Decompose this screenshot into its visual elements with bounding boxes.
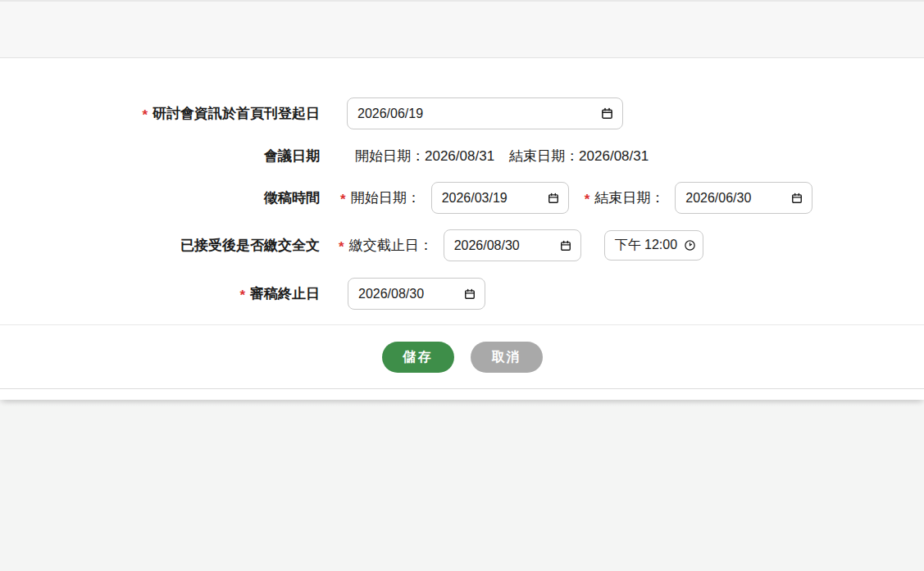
call-for-papers-label-cell: 徵稿時間 [0,188,320,207]
publish-start-content: 2026/06/19 [320,97,623,129]
cfp-start-date-value: 2026/03/19 [442,191,508,206]
meeting-start-label: 開始日期： [355,147,425,165]
full-paper-deadline-date-value: 2026/08/30 [454,238,520,253]
full-paper-deadline-label: 繳交截止日： [349,236,433,255]
header-band [0,2,924,58]
meeting-date-content: 開始日期： 2026/08/31 結束日期： 2026/08/31 [320,147,649,165]
calendar-icon[interactable] [464,288,476,300]
cfp-end-date-input[interactable]: 2026/06/30 [675,182,812,214]
meeting-end-label: 結束日期： [509,147,579,165]
meeting-date-label: 會議日期 [264,147,320,165]
card-bottom-shadow [0,389,924,400]
clock-icon[interactable] [684,239,696,252]
full-paper-time-group: 下午 12:00 [604,230,703,261]
cfp-end-label: 結束日期： [594,188,664,207]
required-asterisk: * [585,193,590,206]
required-asterisk: * [339,240,344,254]
review-deadline-content: 2026/08/30 [320,278,485,310]
calendar-icon[interactable] [601,107,613,120]
conference-settings-card: * 研討會資訊於首頁刊登起日 2026/06/19 [0,58,924,389]
save-button[interactable]: 儲存 [382,342,454,373]
full-paper-label-cell: 已接受後是否繳交全文 [0,236,320,255]
required-asterisk: * [239,288,245,302]
cfp-end-date-value: 2026/06/30 [685,191,751,206]
form-row-call-for-papers: 徵稿時間 * 開始日期： 2026/03/19 [0,182,924,214]
publish-start-label-cell: * 研討會資訊於首頁刊登起日 [0,104,320,123]
review-deadline-label-cell: * 審稿終止日 [0,284,320,303]
calendar-icon[interactable] [791,193,803,204]
full-paper-content: * 繳交截止日： 2026/08/30 [320,229,703,261]
review-deadline-date-value: 2026/08/30 [358,287,424,301]
cancel-button[interactable]: 取消 [471,342,543,373]
full-paper-deadline-date-input[interactable]: 2026/08/30 [444,229,581,261]
full-paper-deadline-time-input[interactable]: 下午 12:00 [604,230,703,261]
required-asterisk: * [340,193,346,206]
call-for-papers-content: * 開始日期： 2026/03/19 [320,182,812,214]
page-background [0,400,924,571]
cfp-start-label: 開始日期： [351,188,421,207]
required-asterisk: * [142,108,148,122]
publish-start-date-value: 2026/06/19 [357,106,423,121]
form-row-publish-start: * 研討會資訊於首頁刊登起日 2026/06/19 [0,97,924,129]
full-paper-label: 已接受後是否繳交全文 [180,236,320,255]
meeting-start-value: 2026/08/31 [425,148,494,165]
form-row-full-paper: 已接受後是否繳交全文 * 繳交截止日： 2026/08/30 [0,229,924,261]
review-deadline-label: 審稿終止日 [250,284,320,303]
call-for-papers-label: 徵稿時間 [264,188,320,207]
form-row-meeting-date: 會議日期 開始日期： 2026/08/31 結束日期： 2026/08/31 [0,147,924,165]
meeting-end-value: 2026/08/31 [579,148,649,165]
conference-settings-form: * 研討會資訊於首頁刊登起日 2026/06/19 [0,58,924,324]
publish-start-date-input[interactable]: 2026/06/19 [347,97,623,129]
calendar-icon[interactable] [560,240,571,252]
form-row-review-deadline: * 審稿終止日 2026/08/30 [0,278,924,310]
cfp-end-group: * 結束日期： 2026/06/30 [585,182,813,214]
review-deadline-date-input[interactable]: 2026/08/30 [348,278,485,310]
cfp-start-date-input[interactable]: 2026/03/19 [431,182,569,214]
publish-start-label: 研討會資訊於首頁刊登起日 [152,104,320,123]
meeting-date-label-cell: 會議日期 [0,147,320,165]
page: * 研討會資訊於首頁刊登起日 2026/06/19 [0,0,924,571]
form-actions: 儲存 取消 [0,325,924,388]
calendar-icon[interactable] [548,193,559,204]
full-paper-deadline-time-value: 下午 12:00 [615,237,677,254]
